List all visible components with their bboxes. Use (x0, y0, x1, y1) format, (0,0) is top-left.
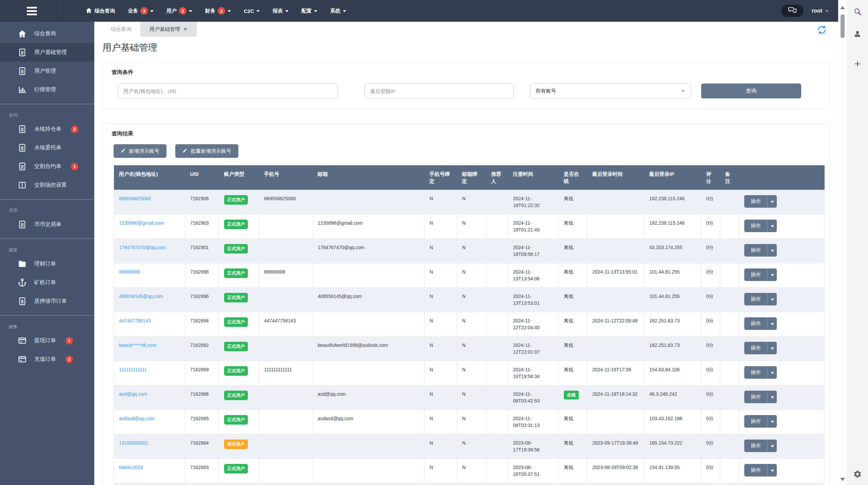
sidebar-item-0-2[interactable]: 用户管理 (0, 62, 94, 80)
action-dropdown-button[interactable] (768, 342, 777, 354)
scrollbar-thumb[interactable] (841, 14, 845, 38)
action-button[interactable]: 操作 (744, 415, 768, 428)
cell-last_login_ip: 182.239.115.246 (644, 190, 701, 214)
username-link[interactable]: 669558625080 (119, 196, 151, 201)
cell-score: 0分 (701, 337, 720, 361)
username-link[interactable]: asd@qq.com (119, 391, 147, 397)
table-header-row: 用户名(钱包地址)UID账户类型手机号邮箱手机号绑定邮箱绑定推荐人注册时间是否在… (114, 165, 825, 190)
username-link[interactable]: asdasd@qq.com (119, 416, 155, 421)
sidebar-item-0-0[interactable]: 综合查询 (0, 24, 94, 43)
gear-icon[interactable] (852, 469, 863, 480)
action-button[interactable]: 操作 (744, 464, 768, 477)
action-dropdown-button[interactable] (768, 220, 777, 232)
sidebar-item-0-1[interactable]: 用户基础管理 (0, 43, 94, 62)
user-menu[interactable]: root (812, 8, 829, 14)
nav-item-5[interactable]: 报表 (273, 8, 289, 14)
scroll-up-arrow-icon[interactable] (840, 6, 845, 9)
action-dropdown-button[interactable] (768, 464, 777, 477)
cell-last_login_ip: 43.203.174.255 (644, 239, 701, 263)
username-link[interactable]: 88888888 (119, 269, 140, 275)
sidebar-item-3-0[interactable]: 理财订单 (0, 255, 94, 273)
action-dropdown-button[interactable] (768, 366, 777, 379)
main-content: 综合查询 用户基础管理 ✕ 用户基础管理 查询条件 (94, 22, 838, 485)
action-dropdown-button[interactable] (768, 268, 777, 281)
action-button[interactable]: 操作 (744, 244, 768, 257)
sidebar-item-3-1[interactable]: 矿机订单 (0, 273, 94, 292)
sidebar-item-1-3[interactable]: 交割场控设置 (0, 176, 94, 194)
sidebar-toggle-button[interactable] (0, 0, 64, 22)
username-input[interactable] (118, 83, 338, 98)
last-login-ip-input[interactable] (364, 83, 514, 98)
username-link[interactable]: Martin2023 (119, 465, 143, 470)
action-button[interactable]: 操作 (744, 195, 768, 208)
column-header-0: 用户名(钱包地址) (114, 165, 185, 190)
phone-text: 111111111111 (264, 367, 292, 372)
sidebar-item-1-0[interactable]: 永续持仓单2 (0, 120, 94, 138)
account-type-select[interactable]: 所有账号 (530, 83, 691, 98)
action-dropdown-button[interactable] (768, 440, 777, 452)
nav-item-7[interactable]: 系统 (330, 8, 346, 14)
username-link[interactable]: 447447758143 (119, 318, 151, 323)
column-header-13: 备注 (720, 165, 739, 190)
username-link[interactable]: beauti*****ok.com (119, 342, 157, 348)
sidebar-item-2-0[interactable]: 币币交易单 (0, 215, 94, 234)
batch-add-demo-account-button[interactable]: 批量新增演示账号 (175, 144, 238, 158)
pencil-icon (121, 148, 126, 154)
button-label: 批量新增演示账号 (191, 148, 231, 154)
username-link[interactable]: 409558145@qq.com (119, 294, 163, 299)
query-panel: 查询条件 所有账号 查询 (102, 62, 830, 109)
table-row: Martin20237162883正式用户NN2023-08-28T05:37:… (114, 459, 825, 483)
username-link[interactable]: 111111111111 (119, 367, 147, 372)
tab-summary-query[interactable]: 综合查询 (102, 22, 140, 37)
search-button[interactable]: 查询 (701, 83, 801, 98)
chat-button[interactable] (781, 5, 804, 17)
scroll-down-arrow-icon[interactable] (840, 478, 845, 481)
action-button[interactable]: 操作 (744, 293, 768, 305)
sidebar-item-0-3[interactable]: 行情管理 (0, 80, 94, 99)
profile-icon[interactable] (852, 29, 863, 39)
tab-user-base-management[interactable]: 用户基础管理 ✕ (140, 22, 197, 37)
action-split-button: 操作 (744, 220, 777, 232)
nav-item-3[interactable]: 财务2 (205, 7, 231, 15)
action-button[interactable]: 操作 (744, 220, 768, 232)
refresh-button[interactable] (817, 25, 827, 35)
score-text: 0分 (706, 440, 714, 446)
sidebar-item-4-0[interactable]: 提现订单1 (0, 331, 94, 350)
action-dropdown-button[interactable] (768, 244, 777, 257)
username-link[interactable]: 1784767470@qq.com (119, 245, 166, 250)
username-link[interactable]: 1235896@gmail.com (119, 220, 164, 226)
action-button[interactable]: 操作 (744, 440, 768, 452)
action-button[interactable]: 操作 (744, 317, 768, 330)
top-navbar: 综合查询业务3用户3财务2C2C报表配置系统 root (0, 0, 838, 22)
action-dropdown-button[interactable] (768, 317, 777, 330)
cell-remark (720, 288, 739, 312)
sidebar-item-1-1[interactable]: 永续委托单 (0, 138, 94, 157)
plus-icon[interactable]: + (852, 58, 863, 69)
cell-action: 操作 (739, 483, 825, 485)
sidebar-item-4-1[interactable]: 充值订单1 (0, 350, 94, 369)
action-dropdown-button[interactable] (768, 195, 777, 208)
action-dropdown-button[interactable] (768, 293, 777, 305)
uid-text: 7162901 (190, 245, 209, 250)
action-dropdown-button[interactable] (768, 415, 777, 428)
action-button[interactable]: 操作 (744, 391, 768, 403)
username-link[interactable]: 14100000001 (119, 440, 148, 446)
nav-item-6[interactable]: 配置 (301, 8, 317, 14)
chevron-down-icon (771, 470, 774, 472)
action-button[interactable]: 操作 (744, 342, 768, 354)
cell-uid: 7162884 (185, 434, 219, 459)
search-icon[interactable] (852, 6, 863, 17)
nav-item-0[interactable]: 综合查询 (85, 7, 115, 15)
action-button[interactable]: 操作 (744, 366, 768, 379)
action-button[interactable]: 操作 (744, 268, 768, 281)
nav-item-4[interactable]: C2C (244, 8, 260, 14)
add-demo-account-button[interactable]: 新增演示账号 (114, 144, 166, 158)
sidebar-item-3-2[interactable]: 质押借币订单 (0, 292, 94, 311)
page-scrollbar[interactable] (838, 0, 847, 485)
sidebar-item-1-2[interactable]: 交割合约单1 (0, 157, 94, 176)
cell-uid: 7162903 (185, 214, 219, 239)
close-icon[interactable]: ✕ (183, 26, 188, 32)
nav-item-1[interactable]: 业务3 (128, 7, 154, 15)
action-dropdown-button[interactable] (768, 391, 777, 403)
nav-item-2[interactable]: 用户3 (166, 7, 192, 15)
